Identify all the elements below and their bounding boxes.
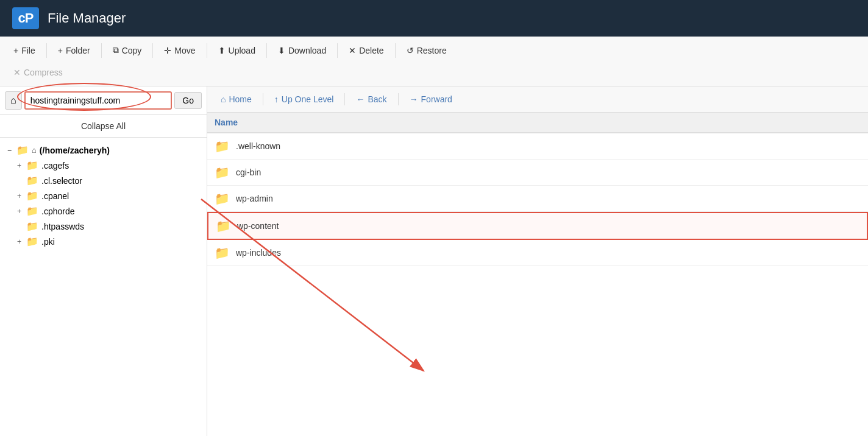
restore-icon: ↺ (407, 46, 414, 55)
forward-label: Forward (421, 94, 452, 104)
back-button[interactable]: ← Back (350, 91, 393, 107)
folder-icon-cphorde: 📁 (26, 205, 38, 217)
file-name-well-known: .well-known (236, 141, 861, 151)
plus-icon: + (13, 46, 18, 55)
tree-label-root: (/home/zacheryh) (40, 146, 110, 155)
upload-button[interactable]: ⬆ Upload (212, 42, 261, 59)
app-header: cP File Manager (0, 0, 868, 37)
file-list: Name 📁 .well-known 📁 cgi-bin 📁 wp-admin … (207, 113, 868, 436)
toolbar-sep-6 (337, 43, 338, 58)
toolbar-sep-2 (101, 43, 102, 58)
file-tree: − 📁 ⌂ (/home/zacheryh) + 📁 .cagefs 📁 .cl… (0, 138, 207, 436)
path-go-button[interactable]: Go (174, 92, 202, 109)
main-layout: ⌂ Go Collapse All − 📁 ⌂ (/home/zacheryh)… (0, 86, 868, 436)
toolbar-row-1: + File + Folder ⧉ Copy ✛ Move ⬆ Upload (7, 41, 861, 59)
folder-icon-pki: 📁 (26, 236, 38, 247)
toolbar-row-2: ✕ Compress (7, 62, 861, 81)
file-row-wp-content[interactable]: 📁 wp-content (207, 212, 868, 240)
copy-button[interactable]: ⧉ Copy (107, 41, 148, 59)
home-nav-icon: ⌂ (221, 94, 226, 104)
folder-icon-wp-admin: 📁 (215, 191, 230, 206)
file-row-wp-admin[interactable]: 📁 wp-admin (207, 186, 868, 212)
tree-label-cphorde: .cphorde (41, 206, 74, 216)
column-name: Name (215, 118, 861, 127)
restore-button[interactable]: ↺ Restore (400, 42, 453, 59)
up-label: Up One Level (282, 94, 334, 104)
toolbar-sep-5 (266, 43, 267, 58)
app-container: cP File Manager + File + Folder ⧉ Copy ✛… (0, 0, 868, 436)
tree-label-htpasswds: .htpasswds (41, 222, 84, 231)
folder-icon-cagefs: 📁 (26, 160, 38, 171)
tree-expand-cpanel: + (17, 192, 23, 200)
file-row-cgi-bin[interactable]: 📁 cgi-bin (207, 160, 868, 186)
folder-icon-cl: 📁 (26, 175, 38, 186)
forward-icon: → (410, 94, 418, 104)
tree-label-cagefs: .cagefs (41, 161, 69, 171)
up-one-level-button[interactable]: ↑ Up One Level (268, 91, 340, 107)
move-button[interactable]: ✛ Move (158, 42, 201, 59)
toolbar-sep-3 (152, 43, 153, 58)
home-nav-label: Home (229, 94, 251, 104)
path-bar: ⌂ Go (0, 86, 207, 115)
right-nav-sep-2 (344, 93, 345, 105)
upload-icon: ⬆ (218, 46, 226, 55)
collapse-all-button[interactable]: Collapse All (0, 115, 207, 138)
file-row-well-known[interactable]: 📁 .well-known (207, 133, 868, 160)
folder-icon-wp-content: 📁 (216, 219, 231, 233)
right-nav-bar: ⌂ Home ↑ Up One Level ← Back → Forward (207, 86, 868, 113)
forward-button[interactable]: → Forward (404, 91, 458, 107)
app-title: File Manager (48, 10, 126, 26)
download-button[interactable]: ⬇ Download (272, 42, 332, 59)
folder-icon-cgi-bin: 📁 (215, 165, 230, 180)
plus-icon: + (58, 46, 63, 55)
folder-icon-wp-includes: 📁 (215, 245, 230, 260)
compress-button[interactable]: ✕ Compress (7, 64, 69, 81)
toolbar-sep-1 (46, 43, 47, 58)
tree-item-cagefs[interactable]: + 📁 .cagefs (0, 158, 207, 173)
path-input[interactable] (24, 91, 173, 110)
tree-item-pki[interactable]: + 📁 .pki (0, 234, 207, 249)
back-icon: ← (356, 94, 365, 104)
tree-item-root[interactable]: − 📁 ⌂ (/home/zacheryh) (0, 142, 207, 158)
move-icon: ✛ (164, 46, 171, 55)
home-icon-root: ⌂ (32, 146, 37, 155)
download-icon: ⬇ (278, 46, 285, 55)
new-folder-button[interactable]: + Folder (52, 42, 96, 59)
tree-expand-pki: + (17, 237, 23, 246)
tree-label-cl: .cl.selector (41, 176, 82, 186)
tree-item-cphorde[interactable]: + 📁 .cphorde (0, 203, 207, 219)
up-icon: ↑ (274, 94, 279, 104)
file-name-cgi-bin: cgi-bin (236, 167, 861, 177)
back-label: Back (368, 94, 386, 104)
right-nav-sep-3 (398, 93, 399, 105)
toolbar: + File + Folder ⧉ Copy ✛ Move ⬆ Upload (0, 37, 868, 86)
compress-icon: ✕ (13, 68, 21, 77)
tree-item-cl-selector[interactable]: 📁 .cl.selector (0, 173, 207, 188)
file-name-wp-content: wp-content (237, 221, 859, 231)
cpanel-logo: cP (12, 7, 39, 29)
home-nav-button[interactable]: ⌂ Home (215, 91, 258, 107)
folder-icon-htpasswds: 📁 (26, 220, 38, 232)
tree-item-cpanel[interactable]: + 📁 .cpanel (0, 188, 207, 203)
folder-icon-cpanel: 📁 (26, 190, 38, 202)
delete-button[interactable]: ✕ Delete (343, 42, 390, 59)
toolbar-sep-4 (207, 43, 207, 58)
right-panel: ⌂ Home ↑ Up One Level ← Back → Forward (207, 86, 868, 436)
file-row-wp-includes[interactable]: 📁 wp-includes (207, 240, 868, 266)
tree-expand-cphorde: + (17, 207, 23, 216)
path-home-button[interactable]: ⌂ (5, 91, 22, 110)
tree-label-pki: .pki (41, 237, 55, 247)
folder-icon-well-known: 📁 (215, 139, 230, 153)
copy-icon: ⧉ (113, 45, 119, 55)
toolbar-sep-7 (395, 43, 396, 58)
tree-expand-cagefs: + (17, 161, 23, 170)
tree-item-htpasswds[interactable]: 📁 .htpasswds (0, 219, 207, 234)
right-nav-sep-1 (263, 93, 263, 105)
file-name-wp-includes: wp-includes (236, 248, 861, 258)
tree-expand-root: − (7, 146, 13, 155)
folder-icon-root: 📁 (16, 144, 29, 156)
file-name-wp-admin: wp-admin (236, 194, 861, 203)
file-list-header: Name (207, 113, 868, 133)
left-panel: ⌂ Go Collapse All − 📁 ⌂ (/home/zacheryh)… (0, 86, 207, 436)
new-file-button[interactable]: + File (7, 42, 41, 59)
